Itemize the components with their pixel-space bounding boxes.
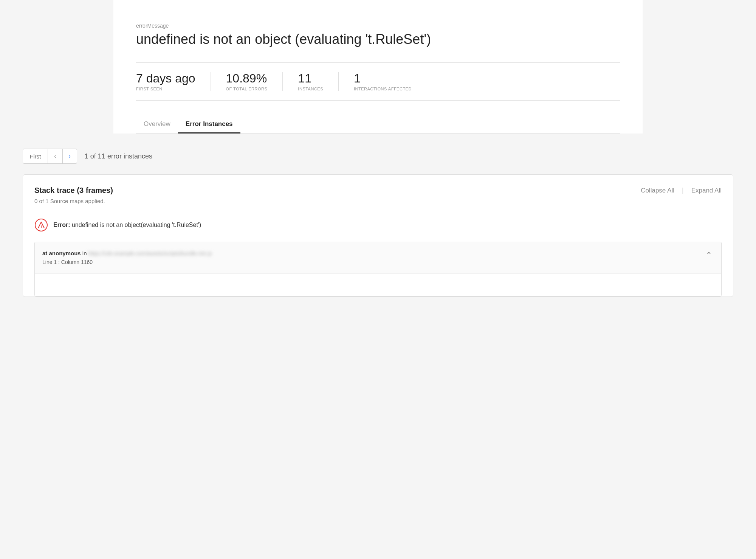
svg-point-0: [35, 219, 47, 231]
frame-line: Line 1 : Column 1160: [42, 258, 212, 266]
error-label: errorMessage: [136, 23, 620, 29]
collapse-all-button[interactable]: Collapse All: [641, 187, 674, 194]
nav-button-group: First ‹ ›: [23, 149, 77, 164]
content-area: First ‹ › 1 of 11 error instances Stack …: [0, 134, 756, 312]
frame-header: at anonymous in https://cdn.example.com/…: [35, 242, 721, 273]
warning-icon: [34, 218, 48, 232]
instance-count: 1 of 11 error instances: [85, 152, 152, 160]
tabs-row: Overview Error Instances: [136, 116, 620, 134]
tab-error-instances[interactable]: Error Instances: [178, 116, 240, 134]
stat-instances: 11 INSTANCES: [298, 72, 339, 91]
svg-point-2: [41, 227, 42, 228]
frame-func: at anonymous: [42, 250, 81, 256]
frame-body: [35, 273, 721, 296]
stat-label-total-errors: OF TOTAL ERRORS: [226, 87, 268, 91]
nav-next-button[interactable]: ›: [63, 149, 77, 163]
nav-prev-button[interactable]: ‹: [48, 149, 62, 163]
frame-info: at anonymous in https://cdn.example.com/…: [42, 249, 212, 266]
error-banner: Error: undefined is not an object(evalua…: [34, 212, 722, 238]
stat-label-first-seen: FIRST SEEN: [136, 87, 195, 91]
stack-trace-card: Stack trace (3 frames) Collapse All | Ex…: [23, 174, 733, 297]
expand-all-button[interactable]: Expand All: [691, 187, 722, 194]
frame-func-line: at anonymous in https://cdn.example.com/…: [42, 249, 212, 258]
frame-in-label: in: [82, 250, 88, 256]
stack-actions: Collapse All | Expand All: [641, 186, 722, 194]
instance-nav: First ‹ › 1 of 11 error instances: [23, 149, 733, 164]
error-title: undefined is not an object (evaluating '…: [136, 31, 620, 47]
tab-overview[interactable]: Overview: [136, 116, 178, 134]
stats-row: 7 days ago FIRST SEEN 10.89% OF TOTAL ER…: [136, 62, 620, 101]
source-maps-note: 0 of 1 Source maps applied.: [34, 198, 722, 204]
stat-interactions: 1 INTERACTIONS AFFECTED: [354, 72, 427, 91]
stack-title: Stack trace (3 frames): [34, 186, 113, 195]
nav-first-label[interactable]: First: [23, 149, 48, 163]
stat-value-first-seen: 7 days ago: [136, 72, 195, 85]
stat-label-interactions: INTERACTIONS AFFECTED: [354, 87, 412, 91]
stat-label-instances: INSTANCES: [298, 87, 323, 91]
stat-total-errors: 10.89% OF TOTAL ERRORS: [226, 72, 283, 91]
frame-url: https://cdn.example.com/assets/scripts/b…: [88, 249, 212, 258]
stat-value-interactions: 1: [354, 72, 412, 85]
stack-header: Stack trace (3 frames) Collapse All | Ex…: [34, 186, 722, 195]
error-banner-text: Error: undefined is not an object(evalua…: [53, 222, 201, 228]
frame-card: at anonymous in https://cdn.example.com/…: [34, 242, 722, 296]
stack-divider: |: [682, 186, 684, 194]
page-container: errorMessage undefined is not an object …: [113, 0, 643, 134]
stat-value-total-errors: 10.89%: [226, 72, 268, 85]
stat-first-seen: 7 days ago FIRST SEEN: [136, 72, 211, 91]
chevron-up-icon[interactable]: ⌃: [704, 249, 714, 261]
stat-value-instances: 11: [298, 72, 323, 85]
